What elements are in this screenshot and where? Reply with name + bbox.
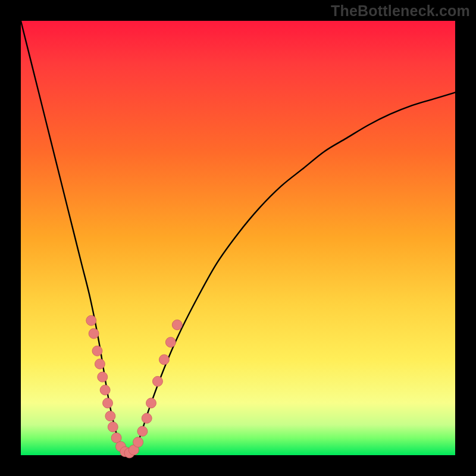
highlight-dot: [98, 372, 108, 382]
plot-area: [21, 21, 455, 455]
highlight-dot: [165, 337, 176, 347]
highlight-dot: [95, 359, 105, 369]
highlight-dot: [100, 385, 110, 395]
highlight-dot: [89, 328, 99, 339]
highlight-dot: [159, 355, 169, 365]
highlight-dot: [105, 411, 115, 421]
highlight-dot: [86, 315, 96, 325]
highlight-dot: [108, 422, 118, 432]
highlight-dot: [137, 426, 148, 436]
highlight-dot: [152, 376, 162, 386]
curve-svg: [21, 21, 455, 455]
highlight-dots: [86, 315, 183, 458]
highlight-dot: [92, 346, 102, 356]
highlight-dot: [172, 320, 182, 330]
chart-frame: TheBottleneck.com: [0, 0, 476, 476]
highlight-dot: [142, 413, 152, 423]
highlight-dot: [103, 398, 113, 408]
highlight-dot: [146, 398, 156, 408]
highlight-dot: [133, 437, 143, 447]
bottleneck-curve: [21, 21, 455, 456]
watermark-label: TheBottleneck.com: [331, 2, 470, 20]
